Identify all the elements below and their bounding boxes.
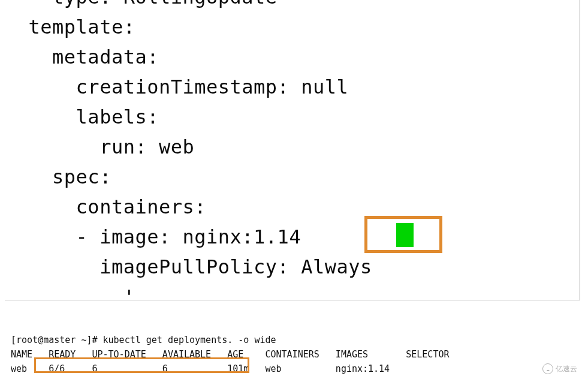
yaml-line: imagePullPolicy: Always xyxy=(5,252,580,282)
yaml-line: template: xyxy=(5,12,580,42)
section-divider xyxy=(5,300,580,300)
yaml-line: type: RollingUpdate xyxy=(5,0,580,12)
cloud-icon: ☁ xyxy=(542,363,553,374)
shell-prompt: [root@master ~]# xyxy=(11,335,103,345)
terminal-output: [root@master ~]# kubectl get deployments… xyxy=(11,333,450,376)
yaml-line: containers: xyxy=(5,192,580,222)
yaml-line: labels: xyxy=(5,102,580,132)
yaml-editor-viewport: type: RollingUpdate template: metadata: … xyxy=(5,0,580,300)
table-header-row: NAME READY UP-TO-DATE AVAILABLE AGE CONT… xyxy=(11,349,450,360)
editor-cursor xyxy=(396,223,414,247)
yaml-line: - image: nginx:1.14 xyxy=(5,222,580,252)
yaml-line: ' xyxy=(5,282,580,312)
yaml-line: creationTimestamp: null xyxy=(5,72,580,102)
watermark: ☁ 亿速云 xyxy=(542,363,577,374)
yaml-line: metadata: xyxy=(5,42,580,72)
yaml-line: spec: xyxy=(5,162,580,192)
shell-command: kubectl get deployments. -o wide xyxy=(103,335,276,345)
table-row: web 6/6 6 6 101m web nginx:1.14 xyxy=(11,363,390,374)
yaml-line: run: web xyxy=(5,132,580,162)
watermark-text: 亿速云 xyxy=(556,364,577,374)
